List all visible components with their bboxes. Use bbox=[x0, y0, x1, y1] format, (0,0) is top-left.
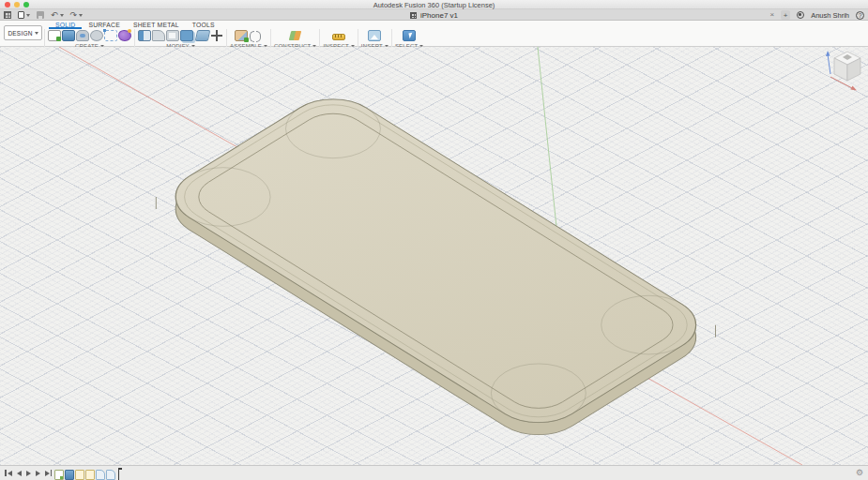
move-icon[interactable] bbox=[210, 30, 223, 41]
timeline-feature-fillet[interactable] bbox=[96, 470, 105, 480]
revolve-icon[interactable] bbox=[90, 30, 103, 41]
workspace-selector-button[interactable]: DESIGN bbox=[4, 25, 42, 40]
timeline-position-marker[interactable] bbox=[118, 468, 119, 480]
viewcube-z-axis bbox=[828, 54, 830, 74]
measure-icon[interactable] bbox=[332, 34, 345, 40]
go-to-end-button[interactable] bbox=[45, 470, 53, 476]
timeline-bar: ⚙ bbox=[0, 465, 868, 480]
document-tab-label: iPhone7 v1 bbox=[420, 11, 458, 20]
viewport-canvas[interactable] bbox=[0, 47, 868, 465]
document-tab-bar: ↶ ↷ iPhone7 v1 × + Anush Shrih ? bbox=[0, 9, 868, 21]
select-icon[interactable] bbox=[403, 30, 416, 41]
create-form-icon[interactable] bbox=[118, 30, 131, 41]
offset-face-icon[interactable] bbox=[195, 30, 211, 41]
tab-surface[interactable]: SURFACE bbox=[82, 21, 127, 29]
document-tab[interactable]: iPhone7 v1 bbox=[0, 9, 868, 21]
shell-icon[interactable] bbox=[166, 30, 179, 41]
ribbon-toolbar: DESIGN SOLID SURFACE SHEET METAL TOOLS bbox=[0, 21, 868, 47]
document-grid-icon bbox=[410, 12, 417, 19]
help-icon[interactable]: ? bbox=[856, 11, 864, 20]
press-pull-icon[interactable] bbox=[138, 30, 151, 41]
job-status-icon[interactable] bbox=[797, 11, 804, 19]
play-button[interactable] bbox=[26, 471, 31, 476]
fusion360-window: Autodesk Fusion 360 (Startup License) ↶ … bbox=[0, 0, 868, 480]
user-account-button[interactable]: Anush Shrih bbox=[811, 11, 849, 20]
timeline-feature-extrude[interactable] bbox=[65, 470, 74, 480]
chevron-down-icon bbox=[35, 32, 38, 35]
viewcube-x-arrow bbox=[851, 86, 858, 91]
tab-solid[interactable]: SOLID bbox=[49, 21, 82, 29]
new-tab-button[interactable]: + bbox=[781, 10, 790, 20]
step-forward-button[interactable] bbox=[36, 471, 40, 476]
window-title: Autodesk Fusion 360 (Startup License) bbox=[0, 1, 868, 9]
timeline-feature-sketch[interactable] bbox=[75, 470, 84, 480]
model-phone-shell[interactable] bbox=[156, 87, 715, 447]
new-component-icon[interactable] bbox=[235, 30, 248, 41]
timeline-feature-sketch[interactable] bbox=[54, 470, 64, 480]
extrude-icon[interactable] bbox=[62, 30, 75, 41]
timeline-features bbox=[54, 468, 119, 480]
timeline-feature-sketch[interactable] bbox=[85, 470, 95, 480]
insert-image-icon[interactable] bbox=[368, 30, 381, 41]
timeline-settings-gear-icon[interactable]: ⚙ bbox=[856, 468, 863, 477]
tab-tools[interactable]: TOOLS bbox=[186, 21, 221, 29]
viewport-svg bbox=[0, 47, 868, 465]
macos-titlebar: Autodesk Fusion 360 (Startup License) bbox=[0, 0, 868, 9]
tspline-box-icon[interactable] bbox=[104, 30, 117, 41]
tab-sheet-metal[interactable]: SHEET METAL bbox=[127, 21, 186, 29]
joint-icon[interactable] bbox=[249, 30, 262, 41]
timeline-feature-fillet[interactable] bbox=[106, 470, 115, 480]
go-to-start-button[interactable] bbox=[5, 470, 12, 476]
close-tab-button[interactable]: × bbox=[769, 10, 774, 20]
create-sketch-icon[interactable] bbox=[48, 30, 61, 41]
sweep-icon[interactable] bbox=[76, 30, 89, 41]
workspace-selector-label: DESIGN bbox=[8, 30, 32, 37]
tab-bar-right-controls: × + Anush Shrih ? bbox=[769, 9, 864, 21]
viewcube-z-arrow bbox=[826, 51, 830, 56]
ribbon-tab-strip: SOLID SURFACE SHEET METAL TOOLS bbox=[44, 21, 868, 29]
fillet-icon[interactable] bbox=[152, 30, 165, 41]
construction-plane-icon[interactable] bbox=[289, 30, 302, 41]
viewcube[interactable] bbox=[826, 51, 860, 91]
combine-icon[interactable] bbox=[180, 30, 193, 41]
step-back-button[interactable] bbox=[17, 471, 22, 476]
timeline-playback-controls bbox=[5, 470, 52, 476]
